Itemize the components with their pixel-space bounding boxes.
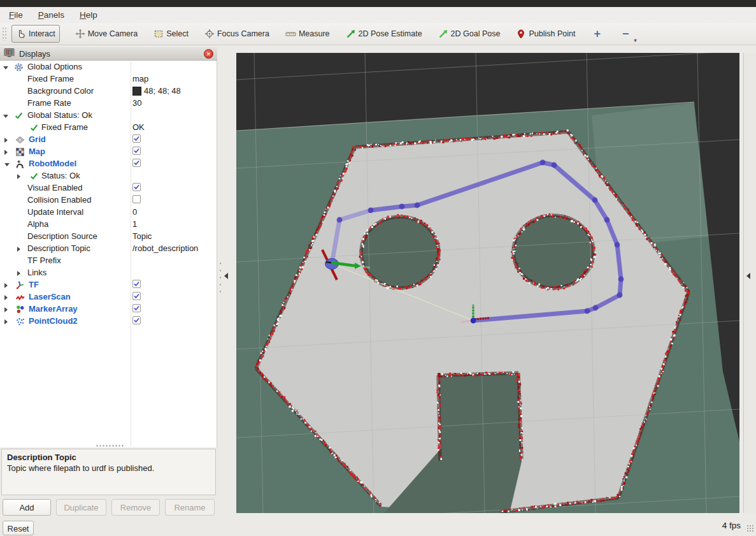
3d-viewport[interactable] <box>236 53 739 513</box>
menu-file[interactable]: File <box>6 9 25 21</box>
collapse-arrow-icon[interactable] <box>3 66 8 69</box>
tree-row-robotmodel[interactable]: RobotModel <box>0 158 217 170</box>
property-value-field[interactable]: Topic <box>132 231 152 241</box>
collapse-arrow-icon[interactable] <box>3 115 8 118</box>
enable-checkbox[interactable] <box>132 159 141 167</box>
window-resize-grip[interactable] <box>746 525 754 532</box>
expand-arrow-icon[interactable] <box>4 307 8 312</box>
collapse-arrow-icon[interactable] <box>4 163 10 166</box>
tool-measure[interactable]: Measure <box>282 25 334 42</box>
enable-checkbox[interactable] <box>132 292 141 300</box>
tree-label: Alpha <box>27 219 48 229</box>
property-value-field[interactable]: 1 <box>132 219 137 229</box>
enable-checkbox[interactable] <box>132 134 141 143</box>
tool-publish-point[interactable]: Publish Point <box>512 25 579 42</box>
color-value-field[interactable]: 48; 48; 48 <box>132 86 181 96</box>
enable-checkbox[interactable] <box>132 280 141 288</box>
tree-row-global-options[interactable]: Global Options <box>0 61 217 73</box>
move-icon <box>75 29 85 39</box>
checked-checkbox[interactable] <box>132 292 141 300</box>
checked-checkbox[interactable] <box>132 280 141 288</box>
rviz-window: FilePanelsHelp InteractMove CameraSelect… <box>0 0 756 536</box>
tree-row-status-ok[interactable]: Status: Ok <box>0 170 217 182</box>
displays-panel-title: Displays <box>19 49 204 59</box>
property-value-field[interactable]: 30 <box>132 98 141 108</box>
duplicate-button: Duplicate <box>56 499 106 516</box>
tool-interact[interactable]: Interact <box>11 25 60 43</box>
checked-checkbox[interactable] <box>132 183 141 191</box>
expand-arrow-icon[interactable] <box>4 150 8 155</box>
tree-label: Frame Rate <box>27 98 71 108</box>
toolbar-drag-handle[interactable] <box>2 27 6 41</box>
property-value-field[interactable]: OK <box>132 122 145 132</box>
tree-row-tf-prefix[interactable]: TF Prefix <box>0 255 217 267</box>
expand-arrow-icon[interactable] <box>17 247 20 252</box>
tree-row-fixed-frame[interactable]: Fixed Framemap <box>0 73 217 85</box>
menu-panels[interactable]: Panels <box>36 9 67 21</box>
tree-row-links[interactable]: Links <box>0 267 217 279</box>
tool-move-camera[interactable]: Move Camera <box>71 25 142 42</box>
tree-row-tf[interactable]: TF <box>0 279 217 291</box>
tree-row-description-topic[interactable]: Description Topic/robot_description <box>0 243 217 255</box>
left-splitter-grip[interactable] <box>219 260 222 293</box>
remove-tool-button[interactable]: −▾ <box>616 27 636 41</box>
tree-row-alpha[interactable]: Alpha1 <box>0 219 217 231</box>
reset-button[interactable]: Reset <box>3 521 34 535</box>
add-tool-button[interactable]: + <box>587 27 607 41</box>
checked-checkbox[interactable] <box>132 304 141 312</box>
tool-focus-camera[interactable]: Focus Camera <box>201 25 273 42</box>
tree-row-grid[interactable]: Grid <box>0 134 217 146</box>
menu-help[interactable]: Help <box>77 9 100 21</box>
tool-select[interactable]: Select <box>150 25 192 42</box>
tree-row-markerarray[interactable]: MarkerArray <box>0 303 217 315</box>
tree-row-pointcloud2[interactable]: PointCloud2 <box>0 315 217 328</box>
property-value-field[interactable]: 0 <box>132 207 137 217</box>
tree-row-visual-enabled[interactable]: Visual Enabled <box>0 182 217 194</box>
checked-checkbox[interactable] <box>132 147 141 155</box>
tree-row-frame-rate[interactable]: Frame Rate30 <box>0 98 217 110</box>
checked-checkbox[interactable] <box>132 134 141 143</box>
expand-arrow-icon[interactable] <box>17 271 20 276</box>
pointcloud-icon <box>15 317 25 326</box>
enable-checkbox[interactable] <box>132 147 141 155</box>
property-value-field[interactable]: /robot_description <box>132 243 198 253</box>
tool-label: Select <box>166 29 189 38</box>
tool-label: 2D Goal Pose <box>451 29 501 38</box>
tree-row-laserscan[interactable]: LaserScan <box>0 291 217 303</box>
chevron-down-icon: ▾ <box>634 38 636 43</box>
tree-row-background-color[interactable]: Background Color48; 48; 48 <box>0 85 217 98</box>
tree-row-map[interactable]: Map <box>0 146 217 158</box>
expand-arrow-icon[interactable] <box>4 295 8 300</box>
marker-array-icon <box>15 305 25 314</box>
collapse-left-panel-icon[interactable] <box>224 273 228 279</box>
enable-checkbox[interactable] <box>132 304 141 312</box>
goal-arrow-icon <box>438 29 448 39</box>
panel-splitter-handle[interactable] <box>96 444 125 447</box>
expand-arrow-icon[interactable] <box>17 174 20 179</box>
expand-arrow-icon[interactable] <box>4 319 8 324</box>
unchecked-checkbox[interactable] <box>132 195 141 203</box>
expand-arrow-icon[interactable] <box>4 138 8 143</box>
checked-checkbox[interactable] <box>132 159 141 167</box>
expand-arrow-icon[interactable] <box>4 283 8 288</box>
remove-button: Remove <box>111 499 160 516</box>
enable-checkbox[interactable] <box>132 316 141 324</box>
menu-bar: FilePanelsHelp <box>0 7 756 23</box>
displays-panel-header: Displays ✕ <box>0 47 217 61</box>
property-value-field[interactable]: map <box>132 74 148 83</box>
checked-checkbox[interactable] <box>132 316 141 324</box>
close-icon[interactable]: ✕ <box>204 49 213 59</box>
tree-label: Fixed Frame <box>41 122 88 132</box>
tree-row-global-status-ok[interactable]: Global Status: Ok <box>0 110 217 122</box>
add-button[interactable]: Add <box>3 499 51 516</box>
tree-row-update-interval[interactable]: Update Interval0 <box>0 206 217 219</box>
tree-row-description-source[interactable]: Description SourceTopic <box>0 231 217 243</box>
color-swatch <box>132 87 141 96</box>
collapse-right-panel-icon[interactable] <box>746 273 750 279</box>
tree-row-fixed-frame[interactable]: Fixed FrameOK <box>0 122 217 134</box>
tree-row-collision-enabled[interactable]: Collision Enabled <box>0 194 217 206</box>
tool-2d-pose-estimate[interactable]: 2D Pose Estimate <box>342 25 426 42</box>
enable-checkbox[interactable] <box>132 195 141 203</box>
enable-checkbox[interactable] <box>132 183 141 191</box>
tool-2d-goal-pose[interactable]: 2D Goal Pose <box>434 25 504 42</box>
